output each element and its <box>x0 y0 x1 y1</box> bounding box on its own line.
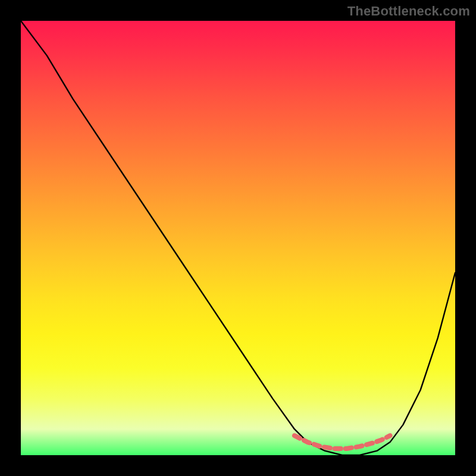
plot-area <box>21 21 455 455</box>
bottleneck-curve <box>21 21 455 455</box>
chart-frame: TheBottleneck.com <box>0 0 476 476</box>
watermark-text: TheBottleneck.com <box>347 4 470 19</box>
curve-layer <box>21 21 455 455</box>
optimal-red-band <box>295 436 390 449</box>
